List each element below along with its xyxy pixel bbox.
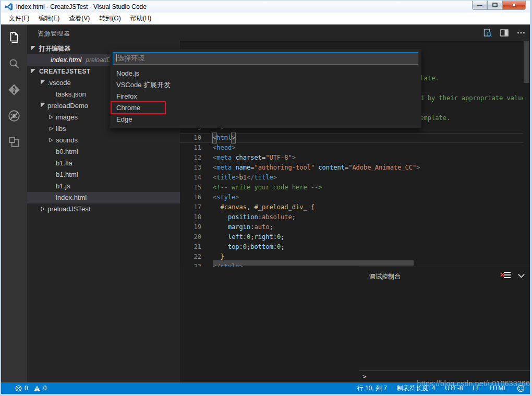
horizontal-scrollbar[interactable] [213, 260, 414, 266]
error-count: 0 [25, 385, 28, 392]
collapse-panel-icon[interactable] [518, 271, 525, 278]
line-number: 20 [180, 232, 213, 242]
quickpick-item-edge[interactable]: Edge [110, 114, 421, 125]
warning-icon [33, 385, 41, 392]
file-label: b0.html [56, 146, 78, 158]
activity-bar [1, 25, 27, 382]
code-line: 18 position:absolute; [180, 212, 523, 222]
quickpick-item-chrome[interactable]: Chrome [110, 102, 421, 114]
code-line: 10<html> [180, 133, 523, 143]
menu-item-4[interactable]: 帮助(H) [126, 13, 156, 25]
menu-item-2[interactable]: 查看(V) [64, 13, 94, 25]
quickpick-item-label: Node.js [116, 69, 139, 77]
menu-item-3[interactable]: 转到(G) [94, 13, 125, 25]
tree-root-label: CREATEJSTEST [39, 66, 91, 77]
code-line: 20 left:0;right:0; [180, 232, 523, 242]
twistie-collapsed-icon [41, 207, 45, 211]
window-title: index.html - CreateJSTest - Visual Studi… [16, 3, 147, 10]
line-number: 16 [180, 193, 213, 202]
file-label: b1.fla [56, 158, 72, 169]
debug-console-panel: 调试控制台 ✕ > [359, 267, 530, 382]
code-line: 11<head> [180, 143, 523, 153]
code-line: 17 #canvas, #_preload_div_ { [180, 202, 523, 212]
folder-item[interactable]: sounds [27, 135, 180, 146]
folder-label: preloadJSTest [47, 203, 90, 215]
close-button[interactable]: ✕ [502, 1, 526, 10]
tab-debug-console[interactable]: 调试控制台 [369, 272, 401, 281]
clear-console-button[interactable]: ✕ [500, 271, 511, 280]
code-line: 14<title>b1</title> [180, 173, 523, 183]
cursor-position-status[interactable]: 行 10, 列 7 [357, 384, 387, 393]
workbench: 资源管理器 打开编辑器index.htmlpreloadDemo CREATEJ… [1, 25, 530, 382]
twistie-expanded-icon [31, 46, 35, 50]
file-item[interactable]: index.html [27, 192, 180, 203]
activity-extensions-icon[interactable] [1, 129, 27, 155]
code-line: 19 margin:auto; [180, 222, 523, 232]
file-label: index.html [56, 192, 87, 203]
quickpick-item-vscode-[interactable]: VSCode 扩展开发 [110, 79, 421, 91]
line-number: 15 [180, 183, 213, 193]
twistie-collapsed-icon [49, 126, 53, 131]
quickpick-input[interactable]: 选择环境 [113, 52, 418, 65]
quickpick-item-node-js[interactable]: Node.js [110, 68, 421, 79]
twistie-expanded-icon [31, 69, 35, 73]
code-line: 13<meta name="authoring-tool" content="A… [180, 163, 523, 173]
file-item[interactable]: b1.fla [27, 158, 180, 169]
activity-debug-icon[interactable] [1, 103, 27, 129]
file-item[interactable]: b1.html [27, 169, 180, 181]
file-item[interactable]: b0.html [27, 146, 180, 158]
select-environment-quickpick: 选择环境 Node.jsVSCode 扩展开发FirefoxChromeEdge [110, 49, 421, 128]
watermark-text: https://blog.csdn.net/u010633266 [417, 379, 530, 388]
quickpick-item-label: Firefox [116, 92, 137, 100]
split-editor-button[interactable] [500, 28, 509, 38]
minimize-button[interactable]: — [472, 1, 487, 10]
line-number: 17 [180, 202, 213, 212]
folder-label: preloadDemo [47, 100, 88, 112]
vertical-scrollbar[interactable] [523, 41, 530, 267]
line-number: 19 [180, 222, 213, 232]
code-line: 21 top:0;bottom:0; [180, 242, 523, 252]
folder-label: libs [56, 123, 66, 135]
line-number: 18 [180, 212, 213, 222]
vscode-window: index.html - CreateJSTest - Visual Studi… [0, 0, 532, 396]
activity-search-icon[interactable] [1, 51, 27, 77]
tab-bar [180, 25, 530, 41]
line-number: 12 [180, 153, 213, 163]
menu-item-1[interactable]: 编辑(E) [34, 13, 64, 25]
quickpick-item-firefox[interactable]: Firefox [110, 91, 421, 102]
problems-status[interactable]: 0 0 [1, 385, 46, 392]
quickpick-item-label: Edge [116, 115, 132, 123]
open-editors-label: 打开编辑器 [39, 43, 70, 54]
line-number: 14 [180, 173, 213, 183]
file-item[interactable]: b1.js [27, 181, 180, 192]
line-number: 23 [180, 262, 213, 267]
error-icon [15, 385, 22, 392]
maximize-button[interactable] [487, 1, 502, 10]
quickpick-placeholder: 选择环境 [117, 54, 144, 62]
twistie-collapsed-icon [49, 115, 53, 119]
code-line: 16<style> [180, 193, 523, 202]
file-label: b1.html [56, 169, 78, 181]
annotation-highlight-box [111, 101, 166, 114]
line-number: 13 [180, 163, 213, 173]
folder-label: images [56, 112, 78, 123]
twistie-collapsed-icon [49, 138, 53, 142]
folder-label: sounds [56, 135, 78, 146]
activity-explorer-icon[interactable] [1, 25, 27, 51]
open-preview-button[interactable] [483, 28, 492, 38]
twistie-expanded-icon [41, 80, 45, 85]
warning-count: 0 [43, 385, 47, 392]
explorer-header: 资源管理器 [27, 25, 180, 43]
folder-item[interactable]: preloadJSTest [27, 203, 180, 215]
vscode-logo-icon [5, 3, 13, 11]
menu-item-0[interactable]: 文件(F) [4, 13, 34, 25]
quickpick-item-label: VSCode 扩展开发 [116, 81, 171, 89]
text-caret [116, 54, 117, 62]
file-label: tasks.json [56, 89, 86, 100]
activity-source-control-icon[interactable] [1, 77, 27, 103]
code-line: 12<meta charset="UTF-8"> [180, 153, 523, 163]
more-actions-button[interactable] [516, 28, 526, 38]
title-bar: index.html - CreateJSTest - Visual Studi… [1, 1, 530, 13]
code-line: 15<!-- write your code here --> [180, 183, 523, 193]
line-number: 11 [180, 143, 213, 153]
